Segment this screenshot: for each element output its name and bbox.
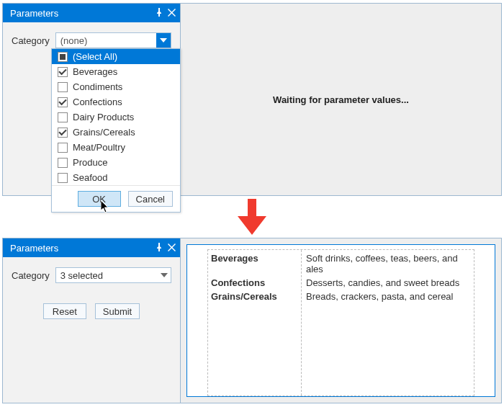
dropdown-item-label: Produce	[73, 157, 107, 168]
category-label: Category	[12, 270, 50, 281]
checkbox[interactable]	[58, 97, 68, 107]
checkbox[interactable]	[58, 67, 68, 77]
checkbox[interactable]	[58, 112, 68, 122]
dropdown-item-label: Beverages	[73, 66, 117, 77]
pin-icon[interactable]	[155, 243, 163, 254]
checkbox[interactable]	[58, 143, 68, 153]
panel-header: Parameters	[3, 238, 180, 257]
dropdown-item[interactable]: Beverages	[52, 64, 180, 79]
checkbox[interactable]	[58, 82, 68, 92]
report-page: Beverages Soft drinks, coffees, teas, be…	[186, 244, 495, 397]
checkbox[interactable]	[58, 128, 68, 138]
panel-title: Parameters	[10, 8, 155, 19]
dropdown-item[interactable]: Condiments	[52, 79, 180, 94]
dropdown-item-label: Meat/Poultry	[73, 142, 125, 153]
dropdown-item[interactable]: Dairy Products	[52, 110, 180, 125]
dropdown-item-label: Confections	[73, 97, 122, 107]
close-icon[interactable]	[168, 8, 176, 19]
select-all-label: (Select All)	[73, 51, 117, 62]
dropdown-item[interactable]: Meat/Poultry	[52, 140, 180, 155]
dropdown-item-label: Grains/Cereals	[73, 127, 135, 138]
cancel-button[interactable]: Cancel	[128, 191, 173, 207]
parameters-panel: Parameters Category 3 selected	[3, 238, 181, 403]
waiting-message: Waiting for parameter values...	[181, 4, 501, 195]
panel-header: Parameters	[3, 4, 180, 22]
category-combo[interactable]: 3 selected	[55, 267, 171, 283]
preview-area: Waiting for parameter values...	[181, 4, 501, 195]
dropdown-item-label: Seafood	[73, 172, 107, 183]
ok-button[interactable]: OK	[78, 191, 121, 207]
checkbox[interactable]	[58, 158, 68, 168]
report-preview: Beverages Soft drinks, coffees, teas, be…	[181, 238, 501, 403]
pin-icon[interactable]	[155, 8, 163, 19]
checkbox-indeterminate[interactable]	[58, 52, 68, 62]
panel-title: Parameters	[10, 243, 155, 254]
dropdown-select-all[interactable]: (Select All)	[52, 49, 180, 64]
dropdown-item[interactable]: Seafood	[52, 170, 180, 185]
combo-dropdown-button[interactable]	[158, 268, 171, 282]
dropdown-item[interactable]: Produce	[52, 155, 180, 170]
combo-dropdown-button[interactable]	[156, 33, 171, 48]
report-description: Soft drinks, coffees, teas, beers, and a…	[302, 251, 472, 276]
report-description: Breads, crackers, pasta, and cereal	[302, 290, 472, 303]
reset-button[interactable]: Reset	[43, 303, 86, 319]
report-description: Desserts, candies, and sweet breads	[302, 276, 472, 290]
dropdown-item-label: Condiments	[73, 81, 122, 92]
dropdown-item[interactable]: Grains/Cereals	[52, 125, 180, 140]
dropdown-item-label: Dairy Products	[73, 112, 134, 122]
category-label: Category	[12, 35, 50, 46]
category-dropdown: (Select All) Beverages Condiments Confec…	[51, 48, 181, 213]
checkbox[interactable]	[58, 173, 68, 183]
close-icon[interactable]	[168, 243, 176, 254]
combo-value: 3 selected	[60, 270, 158, 281]
category-combo[interactable]: (none)	[55, 32, 171, 48]
submit-button[interactable]: Submit	[95, 303, 140, 319]
combo-value: (none)	[60, 35, 156, 46]
dropdown-item[interactable]: Confections	[52, 94, 180, 110]
